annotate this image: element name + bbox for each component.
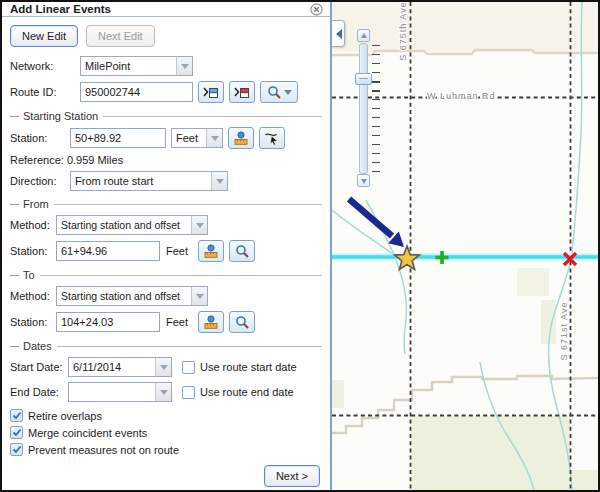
search-icon <box>266 85 282 100</box>
from-units-label: Feet <box>166 245 188 257</box>
from-method-select[interactable]: Starting station and offset <box>56 215 208 235</box>
search-icon <box>234 315 250 330</box>
measure-station-button[interactable] <box>228 127 254 149</box>
zoom-slider-handle[interactable] <box>355 73 372 85</box>
route-search-dropdown-button[interactable] <box>260 81 298 103</box>
direction-value: From route start <box>71 175 211 187</box>
zoom-in-button[interactable] <box>357 29 370 42</box>
chevron-down-icon[interactable] <box>176 57 192 75</box>
station-label: Station: <box>10 132 70 144</box>
direction-select[interactable]: From route start <box>70 171 228 191</box>
road-label-ns-right: S 671st Ave <box>559 299 569 363</box>
zoom-to-station-button[interactable] <box>229 240 255 262</box>
from-method-value: Starting station and offset <box>57 219 191 231</box>
select-route-on-map-button[interactable] <box>198 81 224 103</box>
merge-coincident-events-label: Merge coincident events <box>28 427 147 439</box>
chevron-down-icon[interactable] <box>206 129 222 147</box>
to-method-value: Starting station and offset <box>57 290 191 302</box>
start-date-value: 6/11/2014 <box>69 361 155 373</box>
road-label-ns-left: S 675th Ave <box>398 2 408 63</box>
road-label-ew: W Luhman Rd <box>427 91 496 101</box>
prevent-measures-label: Prevent measures not on route <box>28 444 179 456</box>
app-window: Add Linear Events New Edit Next Edit Net… <box>0 0 600 492</box>
from-station-label: Station: <box>10 245 56 257</box>
use-route-end-date-checkbox[interactable] <box>182 386 195 399</box>
starting-station-input[interactable] <box>70 128 166 148</box>
use-route-start-date-checkbox[interactable] <box>182 361 195 374</box>
units-value: Feet <box>172 132 206 144</box>
chevron-down-icon[interactable] <box>211 172 227 190</box>
search-icon <box>234 244 250 259</box>
reference-label: Reference: <box>10 154 64 166</box>
to-station-label: Station: <box>10 316 56 328</box>
zoom-out-button[interactable] <box>357 174 370 187</box>
measure-station-button[interactable] <box>198 240 224 262</box>
reference-readout: Reference: 0.959 Miles <box>10 154 322 166</box>
chevron-down-icon[interactable] <box>155 358 171 376</box>
check-icon <box>12 445 22 454</box>
use-route-end-date-label: Use route end date <box>200 386 294 398</box>
panel-body: New Edit Next Edit Network: MilePoint Ro… <box>2 17 330 491</box>
chevron-down-icon[interactable] <box>191 216 207 234</box>
prevent-measures-checkbox[interactable] <box>10 443 23 456</box>
add-linear-events-panel: Add Linear Events New Edit Next Edit Net… <box>2 2 332 490</box>
next-edit-button[interactable]: Next Edit <box>86 25 155 47</box>
network-value: MilePoint <box>81 60 176 72</box>
route-id-input[interactable] <box>80 82 193 102</box>
start-date-label: Start Date: <box>10 361 68 373</box>
plus-marker <box>436 251 449 264</box>
from-legend: From <box>10 198 322 210</box>
to-units-label: Feet <box>166 316 188 328</box>
to-method-label: Method: <box>10 290 56 302</box>
direction-label: Direction: <box>10 175 70 187</box>
to-legend: To <box>10 269 322 281</box>
zoom-slider-ticks <box>372 45 380 172</box>
clear-route-selection-button[interactable] <box>229 81 255 103</box>
panel-title: Add Linear Events <box>10 3 111 15</box>
dates-legend: Dates <box>10 340 322 352</box>
use-route-start-date-label: Use route start date <box>200 361 297 373</box>
chevron-down-icon[interactable] <box>155 383 171 401</box>
network-select[interactable]: MilePoint <box>80 56 193 76</box>
from-station-input[interactable] <box>56 241 160 261</box>
zoom-to-station-button[interactable] <box>229 311 255 333</box>
map-view[interactable]: S 675th Ave W Luhman Rd S 671st Ave <box>332 2 598 490</box>
merge-coincident-events-checkbox[interactable] <box>10 426 23 439</box>
network-label: Network: <box>10 60 80 72</box>
new-edit-button[interactable]: New Edit <box>10 25 78 47</box>
measure-station-button[interactable] <box>198 311 224 333</box>
to-station-input[interactable] <box>56 312 160 332</box>
retire-overlaps-label: Retire overlaps <box>28 410 102 422</box>
zoom-slider-track[interactable] <box>359 43 368 174</box>
chevron-down-icon[interactable] <box>191 287 207 305</box>
close-icon[interactable] <box>309 2 323 16</box>
end-date-select[interactable] <box>68 382 172 402</box>
check-icon <box>12 411 22 420</box>
retire-overlaps-checkbox[interactable] <box>10 409 23 422</box>
chevron-down-icon <box>284 90 292 99</box>
route-id-label: Route ID: <box>10 86 80 98</box>
check-icon <box>12 428 22 437</box>
start-date-select[interactable]: 6/11/2014 <box>68 357 172 377</box>
pointer-arrow <box>349 199 404 247</box>
end-date-label: End Date: <box>10 386 68 398</box>
pick-station-on-map-button[interactable] <box>259 127 285 149</box>
from-method-label: Method: <box>10 219 56 231</box>
to-method-select[interactable]: Starting station and offset <box>56 286 208 306</box>
starting-station-legend: Starting Station <box>10 110 322 122</box>
collapse-panel-button[interactable] <box>332 20 345 47</box>
panel-titlebar: Add Linear Events <box>2 2 330 17</box>
reference-value: 0.959 Miles <box>67 154 123 166</box>
units-select[interactable]: Feet <box>171 128 223 148</box>
next-button[interactable]: Next > <box>264 465 320 487</box>
